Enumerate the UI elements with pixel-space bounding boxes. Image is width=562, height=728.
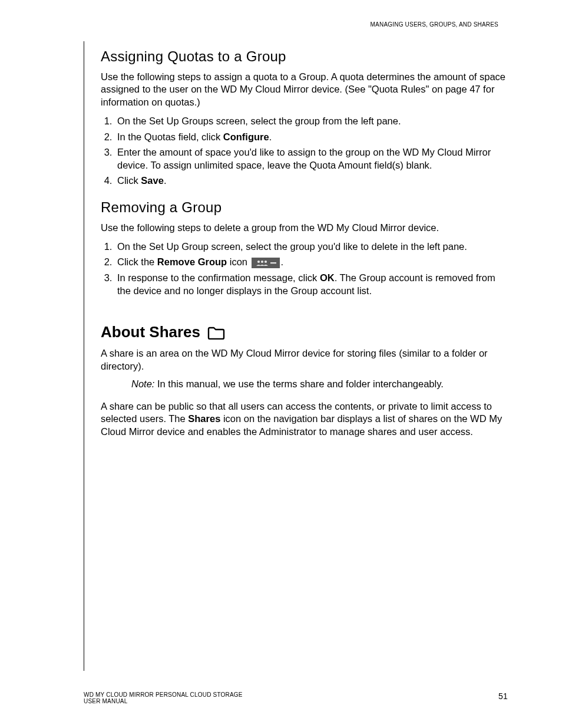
step-bold: Configure — [223, 131, 269, 142]
footer-line2: USER MANUAL — [84, 698, 243, 704]
step-text: In response to the confirmation message,… — [117, 272, 320, 283]
svg-point-1 — [257, 261, 259, 263]
remove-group-icon — [252, 258, 280, 268]
step: Enter the amount of space you'd like to … — [115, 146, 508, 172]
page-content: Assigning Quotas to a Group Use the foll… — [84, 41, 508, 671]
step: Click Save. — [115, 174, 508, 187]
intro-assigning-quotas: Use the following steps to assign a quot… — [101, 71, 508, 108]
heading-text: About Shares — [101, 323, 200, 341]
page-number: 51 — [498, 691, 508, 701]
steps-assigning-quotas: On the Set Up Groups screen, select the … — [101, 114, 508, 187]
step-bold: Remove Group — [157, 256, 227, 267]
svg-point-3 — [264, 261, 266, 263]
step-text: In the Quotas field, click — [117, 131, 223, 142]
step-bold: OK — [320, 272, 335, 283]
intro-removing-group: Use the following steps to delete a grou… — [101, 222, 508, 234]
para-bold: Shares — [188, 413, 220, 424]
step-text: Click — [117, 175, 141, 186]
step-text: . — [269, 131, 272, 142]
step-text: . — [164, 175, 167, 186]
step: On the Set Up Group screen, select the g… — [115, 240, 508, 253]
svg-rect-4 — [270, 262, 276, 263]
note-block: Note: In this manual, we use the terms s… — [131, 378, 508, 390]
note-text: In this manual, we use the terms share a… — [154, 378, 443, 389]
page-footer: WD MY CLOUD MIRROR PERSONAL CLOUD STORAG… — [84, 691, 508, 704]
heading-removing-group: Removing a Group — [101, 199, 508, 216]
note-label: Note: — [131, 378, 154, 389]
para-about-shares-2: A share can be public so that all users … — [101, 400, 508, 438]
step: Click the Remove Group icon — [115, 255, 508, 268]
step-text: Click the — [117, 256, 157, 267]
heading-assigning-quotas: Assigning Quotas to a Group — [101, 48, 508, 65]
step-bold: Save — [141, 175, 164, 186]
steps-removing-group: On the Set Up Group screen, select the g… — [101, 240, 508, 297]
step-text: . — [281, 256, 284, 267]
step-text: icon — [227, 256, 250, 267]
running-header: MANAGING USERS, GROUPS, AND SHARES — [371, 21, 498, 28]
step: In the Quotas field, click Configure. — [115, 130, 508, 143]
step: On the Set Up Groups screen, select the … — [115, 114, 508, 127]
footer-line1: WD MY CLOUD MIRROR PERSONAL CLOUD STORAG… — [84, 691, 243, 698]
intro-about-shares: A share is an area on the WD My Cloud Mi… — [101, 347, 508, 373]
svg-point-2 — [260, 261, 263, 263]
folder-icon — [207, 325, 225, 340]
heading-about-shares: About Shares — [101, 323, 508, 341]
footer-title: WD MY CLOUD MIRROR PERSONAL CLOUD STORAG… — [84, 691, 243, 704]
step: In response to the confirmation message,… — [115, 271, 508, 298]
